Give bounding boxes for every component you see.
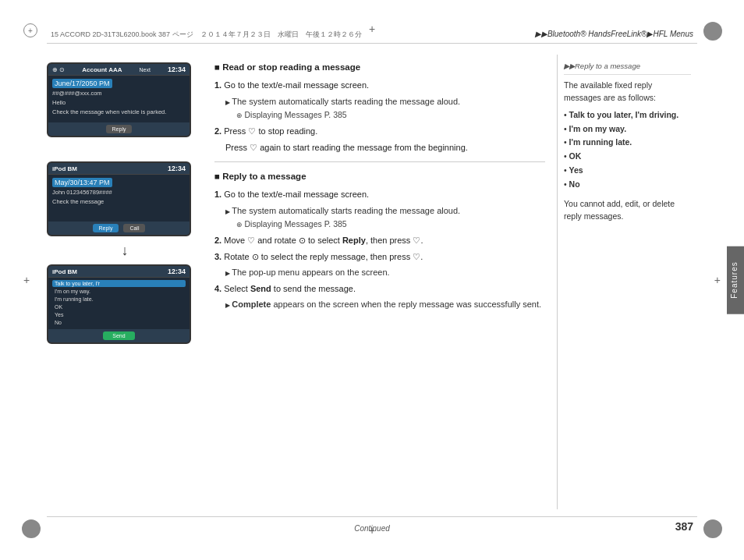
screen3-item-3[interactable]: OK bbox=[52, 303, 186, 310]
section1-step1-text: Go to the text/e-mail message screen. bbox=[224, 80, 369, 90]
info-item-4: Yes bbox=[564, 165, 691, 177]
info-column: ▶▶Reply to a message The available fixed… bbox=[557, 55, 697, 509]
info-item-0: Talk to you later, I'm driving. bbox=[564, 109, 691, 122]
arrow-down-icon: ↓ bbox=[47, 243, 203, 258]
crosshair-left: + bbox=[23, 275, 30, 286]
screen3-footer: Send bbox=[48, 329, 190, 342]
screen2-header: iPod BM 12:34 bbox=[48, 163, 190, 175]
corner-circle-bl bbox=[22, 519, 41, 538]
section1-step2: 2. Press ♡ to stop reading. bbox=[214, 125, 545, 138]
section2-step1-sub: The system automatically starts reading … bbox=[214, 204, 545, 218]
corner-circle-br bbox=[703, 519, 722, 538]
screen3-time: 12:34 bbox=[168, 268, 186, 275]
section1-step2-cont: Press ♡ again to start reading the messa… bbox=[214, 141, 545, 154]
screen3-title: iPod BM bbox=[52, 268, 77, 275]
footer-continued-text: Continued bbox=[354, 524, 390, 533]
screens-gap bbox=[47, 144, 203, 155]
screen1-icon: ⊕ ⊙ bbox=[52, 66, 65, 73]
section1-container: ■ Read or stop reading a message 1. Go t… bbox=[214, 61, 545, 154]
section1-step1-num: 1. bbox=[214, 80, 224, 90]
section2-step3-num: 3. bbox=[214, 252, 224, 261]
info-item-5: No bbox=[564, 179, 691, 191]
info-item-3: OK bbox=[564, 151, 691, 163]
corner-decoration-tl: + bbox=[23, 23, 37, 37]
section2-title: ■ Reply to a message bbox=[214, 170, 545, 183]
section1-step1: 1. Go to the text/e-mail message screen. bbox=[214, 79, 545, 92]
screen3-item-0[interactable]: Talk to you later, I'r bbox=[52, 280, 186, 287]
section1-step2-num: 2. bbox=[214, 126, 224, 136]
section2-step2: 2. Move ♡ and rotate ⊙ to select Reply, … bbox=[214, 234, 545, 247]
screen2-footer: Reply Call bbox=[48, 222, 190, 235]
section2-step4-num: 4. bbox=[214, 284, 224, 293]
section2-step1-ref: Displaying Messages P. 385 bbox=[214, 218, 545, 231]
text-column: ■ Read or stop reading a message 1. Go t… bbox=[203, 55, 557, 509]
screen1-date: June/17/2050 PM bbox=[52, 79, 112, 88]
screen2-from: John 0123456789#### bbox=[52, 189, 186, 197]
section2-step3: 3. Rotate ⊙ to select the reply message,… bbox=[214, 250, 545, 264]
screen1-header: ⊕ ⊙ Account AAA Next 12:34 bbox=[48, 64, 190, 76]
section2-step2-num: 2. bbox=[214, 236, 224, 245]
screen-ipod-reply: iPod BM 12:34 May/30/13:47 PM John 01234… bbox=[47, 161, 191, 236]
sidebar-features-label: Features bbox=[727, 246, 744, 314]
section-divider bbox=[214, 161, 545, 162]
header-divider bbox=[47, 43, 697, 44]
info-item-2: I'm running late. bbox=[564, 136, 691, 149]
screen2-body-text: Check the message bbox=[52, 198, 186, 206]
section2-container: ■ Reply to a message 1. Go to the text/e… bbox=[214, 170, 545, 311]
screen3-item-1[interactable]: I'm on my way. bbox=[52, 288, 186, 295]
section1-step1-ref: Displaying Messages P. 385 bbox=[214, 109, 545, 122]
screen1-nav: Next bbox=[140, 67, 151, 73]
screen3-list: Talk to you later, I'r I'm on my way. I'… bbox=[48, 278, 190, 329]
screen1-from: ##@###@xxx.com bbox=[52, 90, 186, 97]
info-panel-note: You cannot add, edit, or delete reply me… bbox=[564, 198, 691, 223]
screen3-item-2[interactable]: I'm running late. bbox=[52, 296, 186, 303]
main-content: ⊕ ⊙ Account AAA Next 12:34 June/17/2050 … bbox=[47, 55, 697, 509]
screen3-send-button[interactable]: Send bbox=[103, 331, 134, 340]
screen3-item-5[interactable]: No bbox=[52, 319, 186, 326]
section2-step3-sub: The pop-up menu appears on the screen. bbox=[214, 266, 545, 279]
screen2-call-button[interactable]: Call bbox=[123, 224, 145, 232]
info-panel-intro: The available fixed reply messages are a… bbox=[564, 80, 691, 105]
section2-step1-num: 1. bbox=[214, 190, 224, 199]
section1-title: ■ Read or stop reading a message bbox=[214, 61, 545, 74]
section1-step2-text: Press ♡ to stop reading. bbox=[224, 126, 317, 136]
section2-step1: 1. Go to the text/e-mail message screen. bbox=[214, 188, 545, 201]
corner-circle-tr bbox=[703, 22, 722, 41]
section2-step4: 4. Select Send to send the message. bbox=[214, 282, 545, 296]
screen1-subject: Hello bbox=[52, 99, 186, 107]
section2-step4-sub: Complete appears on the screen when the … bbox=[214, 298, 545, 311]
screen2-reply-button[interactable]: Reply bbox=[93, 224, 119, 232]
section2-step1-text: Go to the text/e-mail message screen. bbox=[224, 190, 369, 199]
section2-step3-text: Rotate ⊙ to select the reply message, th… bbox=[224, 252, 423, 261]
screen2-body: May/30/13:47 PM John 0123456789#### Chec… bbox=[48, 175, 190, 222]
screen2-time: 12:34 bbox=[168, 165, 186, 172]
page-number: 387 bbox=[675, 520, 693, 533]
section2-step2-text: Move ♡ and rotate ⊙ to select Reply, the… bbox=[224, 236, 423, 245]
info-panel-title: ▶▶Reply to a message bbox=[564, 61, 691, 75]
header-file-info: 15 ACCORD 2D-31T3L6200.book 387 ページ ２０１４… bbox=[51, 30, 362, 40]
screen-account-aaa: ⊕ ⊙ Account AAA Next 12:34 June/17/2050 … bbox=[47, 62, 191, 137]
section1-step1-sub: The system automatically starts reading … bbox=[214, 95, 545, 108]
crosshair-top: + bbox=[369, 23, 375, 35]
screen1-body: June/17/2050 PM ##@###@xxx.com Hello Che… bbox=[48, 76, 190, 122]
screen1-body-text: Check the message when vehicle is parked… bbox=[52, 108, 186, 116]
screen1-time: 12:34 bbox=[168, 66, 186, 73]
screen1-reply-button[interactable]: Reply bbox=[106, 125, 133, 133]
screen3-header: iPod BM 12:34 bbox=[48, 266, 190, 278]
screen-ipod-list: iPod BM 12:34 Talk to you later, I'r I'm… bbox=[47, 264, 191, 344]
screen2-title: iPod BM bbox=[52, 165, 77, 172]
header-chapter-title: ▶▶Bluetooth® HandsFreeLink®▶HFL Menus bbox=[535, 30, 693, 38]
screen2-date: May/30/13:47 PM bbox=[52, 178, 112, 187]
screen1-title: Account AAA bbox=[82, 66, 122, 73]
screen1-footer: Reply bbox=[48, 122, 190, 136]
info-item-1: I'm on my way. bbox=[564, 123, 691, 136]
screenshots-column: ⊕ ⊙ Account AAA Next 12:34 June/17/2050 … bbox=[47, 55, 203, 509]
footer-divider bbox=[47, 516, 697, 517]
section2-step4-text: Select Send to send the message. bbox=[224, 284, 356, 293]
crosshair-right: + bbox=[714, 275, 721, 286]
screen3-item-4[interactable]: Yes bbox=[52, 311, 186, 318]
